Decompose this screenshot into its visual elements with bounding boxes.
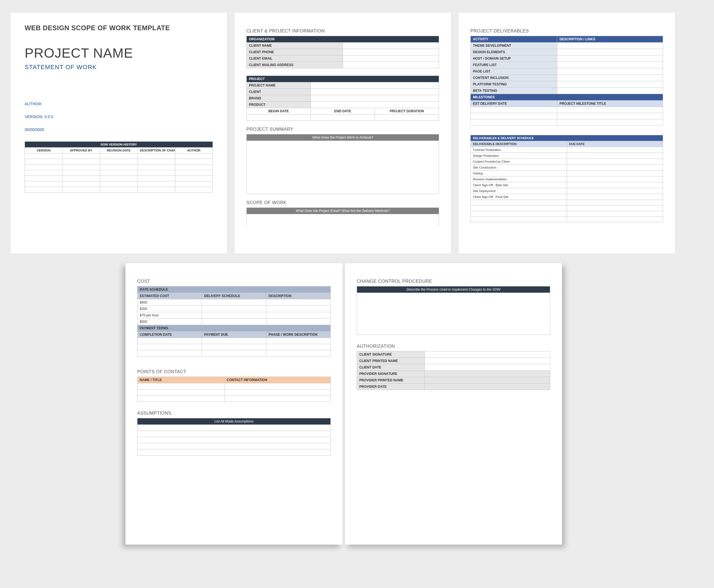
project-summary-box: What Does the Project Work to Achieve? [246,134,439,194]
assumptions-table: List All Made Assumptions [137,418,331,456]
page-cover: WEB DESIGN SCOPE OF WORK TEMPLATE PROJEC… [10,13,227,253]
organization-table: ORGANIZATION CLIENT NAME CLIENT PHONE CL… [246,36,439,68]
cost-section: COST [137,279,331,284]
author-label: AUTHOR: [25,102,213,106]
page-deliverables: PROJECT DELIVERABLES ACTIVITY DESCRIPTIO… [459,13,675,253]
version-label: VERSION: 0.0.0 [25,114,213,119]
project-name: PROJECT NAME [25,45,213,61]
scope-of-work-box: What Does the Project Entail? What Are t… [246,208,439,225]
change-control-section: CHANGE CONTROL PROCEDURE [357,279,550,284]
template-title: WEB DESIGN SCOPE OF WORK TEMPLATE [25,24,213,32]
page-client-project: CLIENT & PROJECT INFORMATION ORGANIZATIO… [235,13,451,253]
activities-table: ACTIVITY DESCRIPTION / LINKS THEME DEVEL… [470,36,663,125]
delivery-schedule-table: DELIVERABLES & DELIVERY SCHEDULE DELIVER… [470,135,663,222]
change-control-box: Describe the Process Used to Implement C… [357,286,550,335]
rate-schedule-table: RATE SCHEDULE ESTIMATED COST DELIVERY SC… [137,286,331,356]
contacts-table: NAME / TITLE CONTACT INFORMATION [137,377,331,402]
date-label: 00/00/0000 [25,127,213,132]
scope-of-work-title: SCOPE OF WORK [246,200,439,205]
assumptions-section: ASSUMPTIONS [137,411,331,416]
deliverables-section: PROJECT DELIVERABLES [470,28,663,34]
page-authorization: CHANGE CONTROL PROCEDURE Describe the Pr… [345,263,562,545]
contacts-section: POINTS OF CONTACT [137,369,331,374]
client-project-section: CLIENT & PROJECT INFORMATION [246,28,439,34]
history-title: SOW VERSION HISTORY [25,142,213,148]
page-cost: COST RATE SCHEDULE ESTIMATED COST DELIVE… [125,263,342,545]
statement-of-work: STATEMENT OF WORK [25,64,213,71]
version-history-table: SOW VERSION HISTORY VERSION APPROVED BY … [25,141,213,193]
authorization-section: AUTHORIZATION [357,344,550,349]
project-summary-title: PROJECT SUMMARY [246,127,439,132]
project-table: PROJECT PROJECT NAME CLIENT BRAND PRODUC… [246,76,439,121]
authorization-table: CLIENT SIGNATURE CLIENT PRINTED NAME CLI… [357,351,550,390]
